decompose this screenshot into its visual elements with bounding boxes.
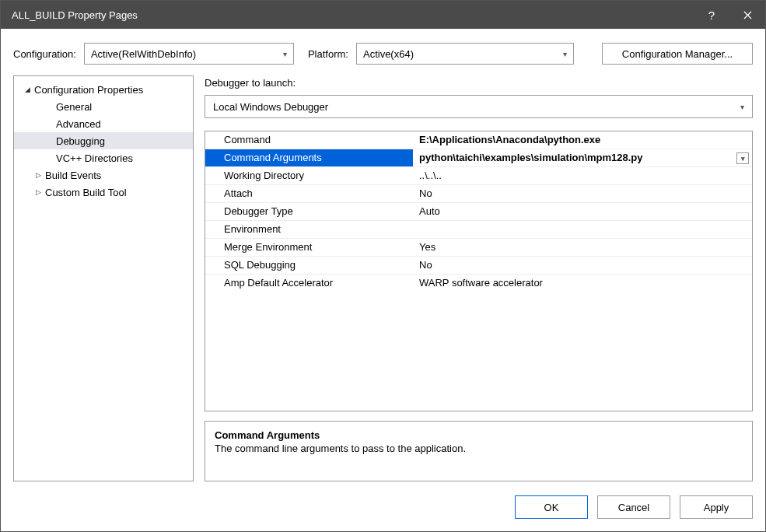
property-key: Attach [205,185,413,202]
tree-item-label: Advanced [44,118,101,130]
property-row[interactable]: Merge EnvironmentYes [205,239,752,257]
tree-item-label: Debugging [44,135,105,147]
property-key: Working Directory [205,167,413,184]
close-icon [743,11,752,19]
property-row[interactable]: AttachNo [205,185,752,203]
property-value[interactable]: WARP software accelerator [413,275,752,292]
platform-combo[interactable]: Active(x64) ▾ [356,43,574,65]
debugger-launch-combo[interactable]: Local Windows Debugger ▾ [205,95,753,118]
help-button[interactable]: ? [694,1,729,29]
configuration-combo[interactable]: Active(RelWithDebInfo) ▾ [84,43,294,65]
property-key: Environment [205,221,413,238]
chevron-down-icon: ▾ [283,50,287,58]
tree-root[interactable]: ◢ Configuration Properties [14,81,193,98]
property-row[interactable]: Command Argumentspython\taichi\examples\… [205,149,752,167]
cancel-button[interactable]: Cancel [597,495,670,519]
chevron-down-icon[interactable]: ▾ [736,152,749,164]
platform-label: Platform: [308,48,348,60]
property-row[interactable]: Debugger TypeAuto [205,203,752,221]
property-key: SQL Debugging [205,257,413,274]
tree-item-debugging[interactable]: Debugging [14,132,193,149]
property-row[interactable]: Working Directory..\..\.. [205,167,752,185]
configuration-label: Configuration: [13,48,76,60]
debugger-launch-label: Debugger to launch: [205,75,753,95]
property-value[interactable]: Yes [413,239,752,256]
property-value[interactable]: python\taichi\examples\simulation\mpm128… [413,149,752,166]
titlebar-actions: ? [694,1,765,29]
property-row[interactable]: CommandE:\Applications\Anaconda\python.e… [205,131,752,149]
description-box: Command Arguments The command line argum… [205,421,753,481]
configuration-value: Active(RelWithDebInfo) [91,48,278,60]
tree-item-advanced[interactable]: Advanced [14,115,193,132]
expand-icon[interactable]: ▷ [33,188,44,196]
ok-button[interactable]: OK [515,495,588,519]
property-key: Amp Default Accelerator [205,275,413,292]
apply-button[interactable]: Apply [680,495,753,519]
property-grid-rows[interactable]: CommandE:\Applications\Anaconda\python.e… [205,131,752,411]
titlebar: ALL_BUILD Property Pages ? [1,1,765,29]
property-value[interactable]: No [413,185,752,202]
tree-item-custom-build-tool[interactable]: ▷Custom Build Tool [14,184,193,201]
help-icon: ? [708,9,715,22]
window-title: ALL_BUILD Property Pages [12,9,694,21]
property-value[interactable] [413,221,752,238]
tree-panel[interactable]: ◢ Configuration Properties GeneralAdvanc… [13,75,194,481]
property-key: Command [205,131,413,149]
description-text: The command line arguments to pass to th… [215,443,743,454]
property-key: Command Arguments [205,149,413,166]
tree-item-label: Build Events [44,170,101,181]
body: ◢ Configuration Properties GeneralAdvanc… [1,75,765,491]
property-key: Debugger Type [205,203,413,220]
property-grid: CommandE:\Applications\Anaconda\python.e… [205,131,753,411]
property-value[interactable]: ..\..\.. [413,167,752,184]
chevron-down-icon: ▾ [740,103,744,111]
property-pages-dialog: ALL_BUILD Property Pages ? Configuration… [0,0,766,532]
toolbar: Configuration: Active(RelWithDebInfo) ▾ … [1,29,765,75]
property-value[interactable]: Auto [413,203,752,220]
debugger-launch-value: Local Windows Debugger [213,101,328,113]
tree-item-vc-directories[interactable]: VC++ Directories [14,149,193,166]
tree-item-label: General [44,101,92,113]
property-key: Merge Environment [205,239,413,256]
tree-item-build-events[interactable]: ▷Build Events [14,166,193,184]
property-row[interactable]: SQL DebuggingNo [205,257,752,275]
configuration-manager-button[interactable]: Configuration Manager... [602,43,753,65]
property-row[interactable]: Environment [205,221,752,239]
right-panel: Debugger to launch: Local Windows Debugg… [205,75,753,481]
expand-icon[interactable]: ◢ [22,86,33,93]
expand-icon[interactable]: ▷ [33,171,44,179]
tree-item-general[interactable]: General [14,98,193,115]
footer: OK Cancel Apply [1,491,765,531]
close-button[interactable] [729,1,765,29]
tree-item-label: VC++ Directories [44,152,133,164]
property-value[interactable]: No [413,257,752,274]
description-title: Command Arguments [215,429,743,441]
property-value[interactable]: E:\Applications\Anaconda\python.exe [413,131,752,149]
chevron-down-icon: ▾ [563,50,567,58]
property-row[interactable]: Amp Default AcceleratorWARP software acc… [205,275,752,292]
platform-value: Active(x64) [363,48,558,60]
tree-item-label: Custom Build Tool [44,187,127,198]
